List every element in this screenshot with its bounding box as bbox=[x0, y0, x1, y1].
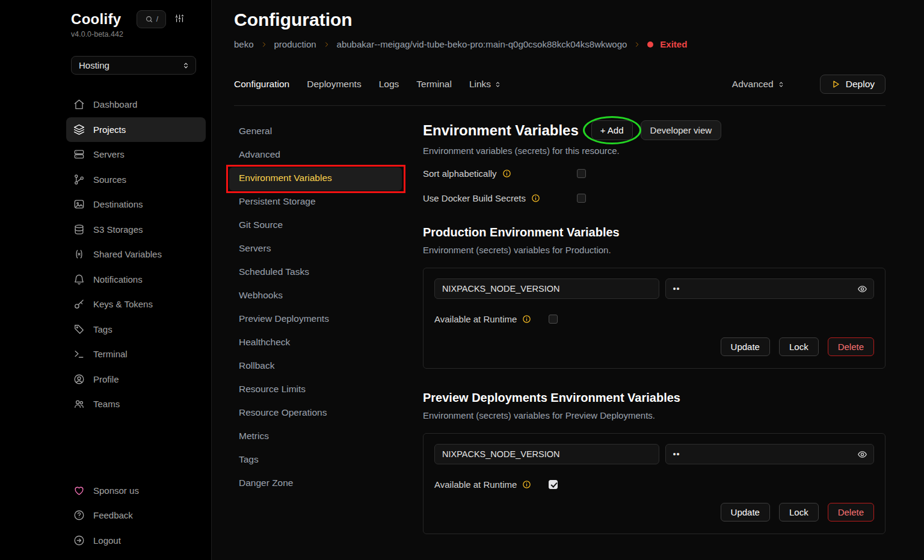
team-select[interactable]: Hosting bbox=[71, 56, 196, 75]
sort-alphabetically-checkbox[interactable] bbox=[577, 169, 586, 178]
variable-value-wrap bbox=[665, 278, 875, 299]
sidebar-item-destinations[interactable]: Destinations bbox=[66, 192, 206, 217]
deploy-button[interactable]: Deploy bbox=[820, 75, 886, 94]
breadcrumb: beko production abubakar--meigag/vid-tub… bbox=[234, 39, 886, 49]
page-header: Configuration beko production abubakar--… bbox=[212, 0, 924, 49]
subnav-item-resource-operations[interactable]: Resource Operations bbox=[229, 402, 402, 425]
sidebar-item-label: Sources bbox=[93, 174, 126, 185]
sidebar-item-terminal[interactable]: Terminal bbox=[66, 342, 206, 367]
subnav-item-advanced[interactable]: Advanced bbox=[229, 144, 402, 167]
preview-variable-card: Available at Runtime Update Lock Delete bbox=[423, 433, 886, 534]
breadcrumb-project[interactable]: beko bbox=[234, 39, 254, 49]
available-at-runtime-row: Available at Runtime bbox=[434, 314, 874, 324]
sidebar-item-label: S3 Storages bbox=[93, 224, 143, 235]
subnav-item-tags[interactable]: Tags bbox=[229, 449, 402, 472]
sidebar-item-servers[interactable]: Servers bbox=[66, 142, 206, 167]
subnav-item-git-source[interactable]: Git Source bbox=[229, 214, 402, 238]
available-at-runtime-row: Available at Runtime bbox=[434, 479, 874, 490]
sidebar-item-logout[interactable]: Logout bbox=[66, 528, 206, 553]
sidebar-item-shared-variables[interactable]: Shared Variables bbox=[66, 242, 206, 267]
search-button[interactable]: / bbox=[137, 10, 166, 28]
tab-links[interactable]: Links bbox=[469, 79, 502, 90]
subnav-item-preview-deployments[interactable]: Preview Deployments bbox=[229, 308, 402, 331]
sort-alphabetically-row: Sort alphabetically bbox=[423, 168, 886, 179]
sliders-icon bbox=[174, 13, 185, 23]
delete-button[interactable]: Delete bbox=[828, 337, 874, 356]
sidebar-item-keys-tokens[interactable]: Keys & Tokens bbox=[66, 292, 206, 317]
tag-icon bbox=[73, 324, 85, 335]
variable-key-input[interactable] bbox=[434, 278, 659, 299]
tab-deployments[interactable]: Deployments bbox=[307, 79, 361, 90]
subnav-item-danger-zone[interactable]: Danger Zone bbox=[229, 472, 402, 496]
update-button[interactable]: Update bbox=[721, 503, 770, 522]
sidebar-item-notifications[interactable]: Notifications bbox=[66, 267, 206, 292]
subnav-item-healthcheck[interactable]: Healthcheck bbox=[229, 331, 402, 355]
sidebar-item-s3-storages[interactable]: S3 Storages bbox=[66, 217, 206, 242]
subnav-item-metrics[interactable]: Metrics bbox=[229, 425, 402, 449]
main-area: Configuration beko production abubakar--… bbox=[212, 0, 924, 560]
sort-label-group: Sort alphabetically bbox=[423, 168, 577, 179]
preview-section-subtitle: Environment (secrets) variables for Prev… bbox=[423, 410, 886, 420]
update-button[interactable]: Update bbox=[721, 337, 770, 356]
advanced-dropdown[interactable]: Advanced bbox=[732, 79, 785, 90]
info-icon bbox=[502, 169, 511, 178]
sidebar-item-dashboard[interactable]: Dashboard bbox=[66, 92, 206, 117]
variable-value-input[interactable] bbox=[665, 444, 875, 464]
chevron-right-icon bbox=[260, 41, 268, 48]
sidebar-item-projects[interactable]: Projects bbox=[66, 117, 206, 143]
database-icon bbox=[73, 224, 85, 235]
variable-actions: Update Lock Delete bbox=[434, 337, 874, 356]
key-icon bbox=[73, 298, 85, 310]
reveal-value-button[interactable] bbox=[857, 449, 867, 460]
lock-button[interactable]: Lock bbox=[779, 337, 819, 356]
chevrons-up-down-icon bbox=[777, 81, 785, 88]
subnav-item-persistent-storage[interactable]: Persistent Storage bbox=[229, 191, 402, 214]
play-icon bbox=[831, 79, 840, 89]
tab-configuration[interactable]: Configuration bbox=[234, 79, 289, 90]
variable-key-input[interactable] bbox=[434, 444, 659, 464]
subnav-item-environment-variables[interactable]: Environment Variables bbox=[229, 167, 402, 191]
settings-sliders-button[interactable] bbox=[174, 13, 185, 25]
info-icon bbox=[522, 480, 531, 489]
sidebar-item-label: Destinations bbox=[93, 199, 143, 209]
delete-button[interactable]: Delete bbox=[828, 503, 874, 522]
user-circle-icon bbox=[73, 374, 85, 385]
coolify-app: Coolify / v4.0.0-beta.442 Hosting Dashbo… bbox=[0, 0, 924, 560]
docker-build-secrets-checkbox[interactable] bbox=[577, 194, 586, 203]
tab-terminal[interactable]: Terminal bbox=[416, 79, 452, 90]
tab-logs[interactable]: Logs bbox=[379, 79, 399, 90]
bell-icon bbox=[73, 274, 85, 285]
sidebar-item-label: Profile bbox=[93, 374, 119, 384]
subnav-item-scheduled-tasks[interactable]: Scheduled Tasks bbox=[229, 261, 402, 285]
sidebar-item-sources[interactable]: Sources bbox=[66, 167, 206, 192]
panel-title: Environment Variables bbox=[423, 122, 579, 139]
available-at-runtime-checkbox[interactable] bbox=[549, 480, 558, 489]
sidebar-item-label: Dashboard bbox=[93, 99, 137, 109]
lock-button[interactable]: Lock bbox=[779, 503, 819, 522]
breadcrumb-resource[interactable]: abubakar--meigag/vid-tube-beko-pro:main-… bbox=[337, 39, 627, 49]
variable-actions: Update Lock Delete bbox=[434, 503, 874, 522]
subnav-item-rollback[interactable]: Rollback bbox=[229, 355, 402, 378]
sidebar-item-teams[interactable]: Teams bbox=[66, 392, 206, 417]
subnav-item-servers[interactable]: Servers bbox=[229, 238, 402, 261]
reveal-value-button[interactable] bbox=[857, 284, 867, 294]
subnav-item-resource-limits[interactable]: Resource Limits bbox=[229, 378, 402, 402]
sidebar-item-profile[interactable]: Profile bbox=[66, 367, 206, 392]
chevrons-up-down-icon bbox=[494, 81, 502, 88]
resource-tabbar: Configuration Deployments Logs Terminal … bbox=[234, 75, 886, 106]
variable-value-input[interactable] bbox=[665, 278, 875, 299]
add-variable-button[interactable]: + Add bbox=[591, 120, 633, 140]
sidebar-item-feedback[interactable]: Feedback bbox=[66, 503, 206, 528]
subnav-item-general[interactable]: General bbox=[229, 120, 402, 144]
available-at-runtime-checkbox[interactable] bbox=[549, 315, 558, 324]
developer-view-button[interactable]: Developer view bbox=[641, 120, 722, 140]
breadcrumb-environment[interactable]: production bbox=[274, 39, 316, 49]
sidebar-item-sponsor[interactable]: Sponsor us bbox=[66, 478, 206, 503]
sidebar-item-label: Terminal bbox=[93, 349, 128, 359]
config-subnav: General Advanced Environment Variables P… bbox=[229, 120, 402, 560]
subnav-item-webhooks[interactable]: Webhooks bbox=[229, 285, 402, 308]
sidebar-item-tags[interactable]: Tags bbox=[66, 317, 206, 342]
docker-secrets-label-group: Use Docker Build Secrets bbox=[423, 193, 577, 203]
runtime-label-group: Available at Runtime bbox=[434, 479, 549, 490]
eye-icon bbox=[857, 449, 867, 460]
